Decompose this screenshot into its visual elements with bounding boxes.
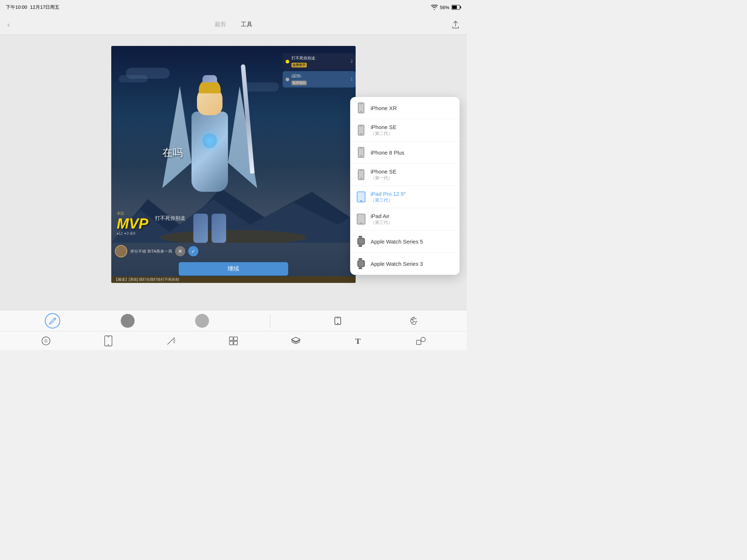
game-text-zaima: 在吗 bbox=[162, 146, 183, 160]
iphone-se-2-info: iPhone SE （第二代） bbox=[371, 124, 453, 137]
date-display: 12月17日周五 bbox=[30, 4, 60, 11]
mvp-dot bbox=[286, 60, 289, 63]
gray-circle-2[interactable] bbox=[195, 314, 209, 328]
back-button[interactable]: ‹ bbox=[7, 20, 10, 29]
copyright-icon: © bbox=[41, 336, 51, 346]
layers-icon bbox=[291, 336, 301, 346]
watermark-button[interactable]: © bbox=[39, 334, 53, 347]
main-area: 在吗 打不死你别走 金牌射手 2 ι温情ι 银牌辅助 bbox=[0, 35, 467, 310]
svg-rect-22 bbox=[359, 236, 362, 238]
iphone-xr-info: iPhone XR bbox=[371, 105, 453, 111]
tablet-svg-2 bbox=[357, 214, 365, 225]
hud-player-2-like: 1 bbox=[351, 77, 353, 81]
tab-tools[interactable]: 工具 bbox=[241, 21, 252, 28]
tab-crop[interactable]: 裁剪 bbox=[214, 21, 226, 28]
svg-point-40 bbox=[108, 345, 109, 346]
battery-percent: 56% bbox=[440, 5, 449, 10]
shapes-icon bbox=[416, 336, 426, 346]
iphone-se-1-sub: （第一代） bbox=[371, 175, 453, 181]
svg-rect-49 bbox=[234, 341, 237, 345]
share-button[interactable] bbox=[452, 21, 460, 29]
phone-svg-1 bbox=[358, 102, 364, 113]
status-right: 56% bbox=[431, 5, 461, 10]
palette-tool-button[interactable] bbox=[407, 313, 422, 328]
mvp-text: MVP bbox=[117, 216, 148, 231]
svg-point-16 bbox=[360, 178, 362, 179]
device-item-ipad-air[interactable]: iPad Air （第三代） bbox=[350, 208, 460, 230]
phone-svg-2 bbox=[358, 125, 364, 136]
svg-point-21 bbox=[360, 222, 362, 224]
mvp-banner: 本队 MVP 打不死你别走 ♦12 ✦3 ⦿9 bbox=[117, 211, 148, 236]
svg-line-45 bbox=[173, 342, 175, 343]
rating-x-btn[interactable]: ✕ bbox=[175, 246, 185, 256]
grid-icon bbox=[228, 336, 239, 346]
continue-button[interactable]: 继续 bbox=[179, 262, 288, 276]
magic-wand-icon bbox=[166, 336, 176, 346]
device-tool-button[interactable] bbox=[331, 313, 346, 328]
svg-rect-2 bbox=[452, 6, 457, 9]
nav-center: 裁剪 工具 bbox=[214, 21, 252, 28]
game-background: 在吗 打不死你别走 金牌射手 2 ι温情ι 银牌辅助 bbox=[111, 46, 356, 283]
leg-right bbox=[212, 214, 226, 243]
tablet-svg-1 bbox=[357, 191, 365, 202]
text-button[interactable]: T bbox=[352, 334, 365, 347]
magic-wand-button[interactable] bbox=[165, 334, 178, 347]
grid-button[interactable] bbox=[227, 334, 240, 347]
device-item-iphone-se-2[interactable]: iPhone SE （第二代） bbox=[350, 119, 460, 141]
watch-s5-info: Apple Watch Series 5 bbox=[371, 238, 453, 245]
time-display: 下午10:00 bbox=[6, 4, 27, 11]
iphone-8-plus-icon bbox=[357, 146, 365, 159]
svg-rect-11 bbox=[360, 126, 362, 127]
iphone-8-plus-name: iPhone 8 Plus bbox=[371, 149, 453, 156]
wing-left bbox=[162, 86, 191, 188]
iphone-se-1-name: iPhone SE bbox=[371, 168, 453, 175]
hud-player-2-name: ι温情ι bbox=[291, 73, 348, 79]
device-item-ipad-pro[interactable]: iPad Pro 12.9″ （第三代） bbox=[350, 186, 460, 208]
iphone-xr-name: iPhone XR bbox=[371, 105, 453, 111]
tool-separator bbox=[270, 314, 270, 327]
shapes-button[interactable] bbox=[414, 334, 427, 347]
ipad-pro-info: iPad Pro 12.9″ （第三代） bbox=[371, 191, 453, 203]
hud-right: 打不死你别走 金牌射手 2 ι温情ι 银牌辅助 1 bbox=[283, 53, 356, 89]
watch-s3-info: Apple Watch Series 3 bbox=[371, 261, 453, 267]
svg-point-34 bbox=[415, 318, 416, 319]
mvp-subtitle: 打不死你别走 bbox=[155, 215, 186, 222]
pen-tool-circle[interactable] bbox=[45, 313, 60, 328]
hud-player-1-name: 打不死你别走 bbox=[291, 55, 348, 61]
phone-svg-4 bbox=[358, 169, 364, 180]
device-item-iphone-se-1[interactable]: iPhone SE （第一代） bbox=[350, 164, 460, 186]
watch-s3-icon bbox=[357, 257, 365, 270]
svg-rect-23 bbox=[359, 245, 362, 247]
svg-rect-46 bbox=[229, 337, 233, 341]
tool-row-bottom: © bbox=[0, 331, 467, 350]
svg-point-13 bbox=[360, 155, 362, 157]
hud-player-2-info: ι温情ι 银牌辅助 bbox=[291, 73, 348, 85]
svg-point-36 bbox=[412, 322, 413, 323]
svg-rect-1 bbox=[460, 6, 461, 8]
chest-glow bbox=[202, 133, 217, 148]
gray-circle-1[interactable] bbox=[121, 314, 135, 328]
rating-check-btn[interactable]: ✓ bbox=[188, 246, 198, 256]
rating-avatar bbox=[115, 245, 127, 257]
device-item-iphone-8-plus[interactable]: iPhone 8 Plus bbox=[350, 141, 460, 164]
device-frame-button[interactable] bbox=[102, 334, 115, 347]
svg-rect-27 bbox=[359, 267, 362, 269]
device-item-iphone-xr[interactable]: iPhone XR bbox=[350, 97, 460, 119]
ipad-air-info: iPad Air （第三代） bbox=[371, 213, 453, 226]
hud-player-1-like: 2 bbox=[351, 59, 353, 63]
svg-text:T: T bbox=[355, 337, 361, 346]
layers-button[interactable] bbox=[289, 334, 302, 347]
palette-icon bbox=[409, 316, 419, 326]
device-item-watch-s3[interactable]: Apple Watch Series 3 bbox=[350, 253, 460, 275]
status-left: 下午10:00 12月17日周五 bbox=[6, 4, 59, 11]
character-head bbox=[197, 86, 222, 115]
hud-player-2-badge: 银牌辅助 bbox=[291, 81, 307, 85]
rating-row: 评分不错 和TA再来一局 ✕ ✓ bbox=[115, 245, 198, 257]
svg-point-10 bbox=[360, 133, 362, 135]
body-armor bbox=[191, 112, 228, 192]
watch-s5-icon bbox=[357, 235, 365, 248]
hud-player-2: ι温情ι 银牌辅助 1 bbox=[283, 71, 356, 88]
svg-rect-29 bbox=[358, 261, 364, 266]
device-item-watch-s5[interactable]: Apple Watch Series 5 bbox=[350, 230, 460, 253]
wifi-icon bbox=[431, 5, 438, 10]
